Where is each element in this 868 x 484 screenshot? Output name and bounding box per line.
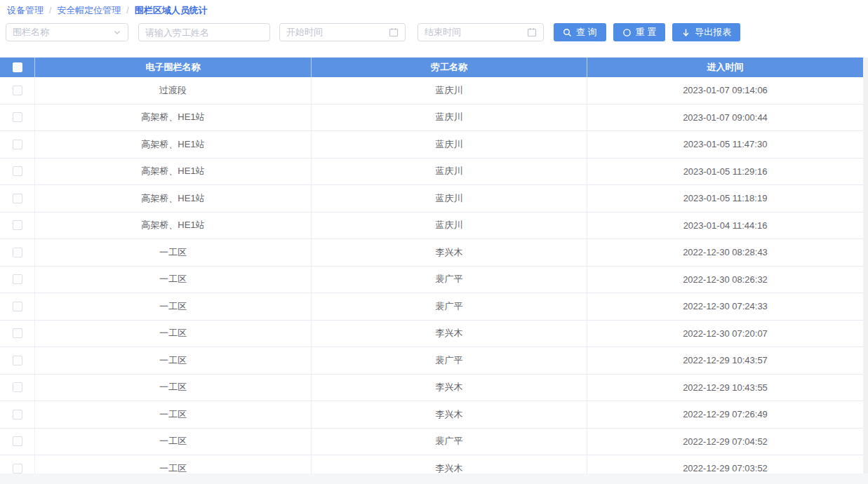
row-checkbox[interactable] [13, 140, 22, 149]
table-row: 一工区李兴木2022-12-29 10:43:55 [0, 375, 863, 402]
fence-name-cell: 一工区 [35, 321, 312, 347]
entry-time-cell: 2022-12-29 07:04:52 [587, 429, 863, 455]
row-checkbox-cell [0, 347, 35, 374]
fence-name-cell: 一工区 [35, 267, 312, 293]
table-row: 高架桥、HE1站蓝庆川2023-01-05 11:47:30 [0, 131, 863, 159]
fence-name-cell: 一工区 [35, 455, 312, 473]
export-report-button[interactable]: 导出报表 [672, 23, 740, 41]
row-checkbox[interactable] [13, 302, 22, 311]
export-report-button-label: 导出报表 [695, 26, 731, 39]
fence-name-select[interactable]: 围栏名称 [6, 23, 128, 41]
select-all-checkbox[interactable] [13, 62, 22, 72]
worker-name-cell: 裴广平 [312, 293, 587, 320]
fence-name-cell: 高架桥、HE1站 [35, 159, 312, 185]
breadcrumb-item-helmet-positioning[interactable]: 安全帽定位管理 [57, 4, 121, 17]
row-checkbox[interactable] [13, 274, 22, 284]
row-checkbox-cell [0, 213, 35, 239]
table-row: 高架桥、HE1站蓝庆川2023-01-04 11:44:16 [0, 213, 863, 240]
worker-name-cell: 蓝庆川 [312, 185, 587, 212]
row-checkbox-cell [0, 267, 35, 293]
worker-name-cell: 裴广平 [312, 347, 587, 374]
entry-time-cell: 2023-01-05 11:47:30 [587, 131, 863, 158]
worker-name-cell: 李兴木 [312, 321, 587, 347]
row-checkbox-cell [0, 77, 35, 104]
row-checkbox-cell [0, 159, 35, 185]
fence-name-select-placeholder: 围栏名称 [13, 26, 49, 39]
row-checkbox[interactable] [13, 410, 22, 419]
fence-name-cell: 一工区 [35, 401, 312, 428]
row-checkbox-cell [0, 185, 35, 212]
row-checkbox[interactable] [13, 436, 22, 446]
worker-name-cell: 李兴木 [312, 455, 587, 473]
row-checkbox[interactable] [13, 356, 22, 365]
calendar-icon [527, 27, 537, 37]
row-checkbox-cell [0, 131, 35, 158]
worker-name-input[interactable] [145, 27, 263, 38]
end-time-placeholder: 结束时间 [425, 26, 461, 39]
reset-button-label: 重 置 [636, 26, 657, 39]
select-all-cell [0, 58, 35, 77]
reset-circle-icon [622, 28, 632, 37]
filter-bar: 围栏名称 开始时间 结束时间 查 询 [6, 23, 740, 41]
fence-name-cell: 一工区 [35, 239, 312, 266]
row-checkbox-cell [0, 455, 35, 473]
fence-name-cell: 一工区 [35, 293, 312, 320]
fence-name-cell: 一工区 [35, 347, 312, 374]
worker-name-cell: 李兴木 [312, 401, 587, 428]
arrow-down-icon [681, 28, 690, 37]
row-checkbox[interactable] [13, 248, 22, 257]
row-checkbox[interactable] [13, 86, 22, 95]
entry-time-cell: 2023-01-05 11:18:19 [587, 185, 863, 212]
fence-name-cell: 一工区 [35, 429, 312, 455]
worker-name-cell: 李兴木 [312, 239, 587, 266]
start-time-picker[interactable]: 开始时间 [279, 23, 406, 41]
worker-name-cell: 裴广平 [312, 267, 587, 293]
row-checkbox-cell [0, 105, 35, 131]
table-header-row: 电子围栏名称 劳工名称 进入时间 [0, 58, 863, 77]
table-row: 高架桥、HE1站蓝庆川2023-01-07 09:00:44 [0, 105, 863, 132]
entry-time-cell: 2023-01-07 09:14:06 [587, 77, 863, 104]
calendar-icon [389, 27, 399, 37]
entry-time-cell: 2022-12-30 08:28:43 [587, 239, 863, 266]
entry-time-cell: 2023-01-07 09:00:44 [587, 105, 863, 131]
end-time-picker[interactable]: 结束时间 [418, 23, 544, 41]
row-checkbox[interactable] [13, 112, 22, 122]
search-icon [563, 28, 572, 37]
row-checkbox[interactable] [13, 220, 22, 230]
reset-button[interactable]: 重 置 [613, 23, 666, 41]
entry-time-cell: 2023-01-05 11:29:16 [587, 159, 863, 185]
breadcrumb-separator: / [49, 6, 51, 15]
entry-time-cell: 2022-12-29 07:26:49 [587, 401, 863, 428]
table-row: 一工区李兴木2022-12-30 07:20:07 [0, 321, 863, 348]
table-row: 一工区裴广平2022-12-30 07:24:33 [0, 293, 863, 321]
worker-name-cell: 蓝庆川 [312, 77, 587, 104]
row-checkbox[interactable] [13, 194, 22, 203]
row-checkbox-cell [0, 375, 35, 401]
row-checkbox-cell [0, 401, 35, 428]
entry-time-cell: 2022-12-29 10:43:55 [587, 375, 863, 401]
fence-name-cell: 高架桥、HE1站 [35, 105, 312, 131]
row-checkbox[interactable] [13, 166, 22, 176]
table-row: 一工区裴广平2022-12-29 07:04:52 [0, 429, 863, 456]
table-row: 高架桥、HE1站蓝庆川2023-01-05 11:18:19 [0, 185, 863, 213]
chevron-down-icon [113, 28, 121, 36]
breadcrumb-item-device-management[interactable]: 设备管理 [7, 4, 44, 17]
search-button[interactable]: 查 询 [554, 23, 606, 41]
table-row: 一工区裴广平2022-12-30 08:26:32 [0, 267, 863, 294]
vertical-scrollbar[interactable] [863, 58, 868, 473]
fence-name-cell: 高架桥、HE1站 [35, 213, 312, 239]
breadcrumb-separator: / [126, 6, 128, 15]
worker-name-cell: 李兴木 [312, 375, 587, 401]
row-checkbox[interactable] [13, 328, 22, 338]
row-checkbox-cell [0, 239, 35, 266]
row-checkbox-cell [0, 429, 35, 455]
row-checkbox[interactable] [13, 382, 22, 392]
row-checkbox[interactable] [13, 464, 22, 473]
table-row: 一工区裴广平2022-12-29 10:43:57 [0, 347, 863, 375]
table-row: 过渡段蓝庆川2023-01-07 09:14:06 [0, 77, 863, 105]
column-header-worker-name: 劳工名称 [312, 58, 587, 77]
entry-time-cell: 2022-12-30 07:20:07 [587, 321, 863, 347]
fence-entry-table: 电子围栏名称 劳工名称 进入时间 过渡段蓝庆川2023-01-07 09:14:… [0, 58, 863, 473]
breadcrumb-item-fence-area-stats: 围栏区域人员统计 [135, 4, 208, 17]
entry-time-cell: 2023-01-04 11:44:16 [587, 213, 863, 239]
